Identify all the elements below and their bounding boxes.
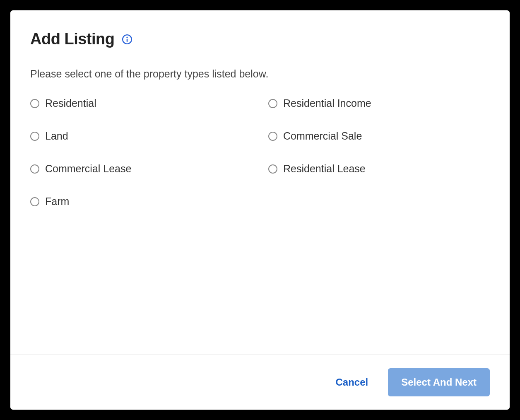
radio-icon bbox=[30, 132, 39, 141]
modal-header: Add Listing bbox=[30, 30, 490, 48]
cancel-button[interactable]: Cancel bbox=[332, 372, 371, 393]
radio-icon bbox=[30, 99, 39, 108]
svg-rect-2 bbox=[127, 39, 128, 42]
radio-icon bbox=[30, 197, 39, 206]
select-and-next-button[interactable]: Select And Next bbox=[388, 368, 490, 396]
modal-body: Add Listing Please select one of the pro… bbox=[10, 10, 510, 355]
radio-label: Residential Income bbox=[283, 97, 371, 109]
radio-option-farm[interactable]: Farm bbox=[30, 196, 252, 208]
radio-option-residential[interactable]: Residential bbox=[30, 97, 252, 109]
add-listing-modal: Add Listing Please select one of the pro… bbox=[10, 10, 510, 410]
radio-option-residential-lease[interactable]: Residential Lease bbox=[268, 163, 490, 175]
radio-label: Residential Lease bbox=[283, 163, 366, 175]
property-type-options: Residential Residential Income Land Comm… bbox=[30, 97, 490, 208]
svg-point-1 bbox=[127, 36, 128, 38]
radio-label: Farm bbox=[45, 196, 69, 208]
radio-option-residential-income[interactable]: Residential Income bbox=[268, 97, 490, 109]
radio-option-commercial-lease[interactable]: Commercial Lease bbox=[30, 163, 252, 175]
radio-option-commercial-sale[interactable]: Commercial Sale bbox=[268, 130, 490, 142]
instruction-text: Please select one of the property types … bbox=[30, 68, 490, 80]
radio-icon bbox=[268, 132, 277, 141]
info-icon[interactable] bbox=[122, 34, 132, 45]
modal-title: Add Listing bbox=[30, 30, 114, 48]
radio-label: Land bbox=[45, 130, 68, 142]
radio-label: Commercial Sale bbox=[283, 130, 362, 142]
radio-icon bbox=[30, 164, 39, 174]
radio-option-land[interactable]: Land bbox=[30, 130, 252, 142]
radio-label: Commercial Lease bbox=[45, 163, 131, 175]
modal-footer: Cancel Select And Next bbox=[10, 355, 510, 410]
radio-label: Residential bbox=[45, 97, 96, 109]
radio-icon bbox=[268, 99, 277, 108]
radio-icon bbox=[268, 164, 277, 174]
